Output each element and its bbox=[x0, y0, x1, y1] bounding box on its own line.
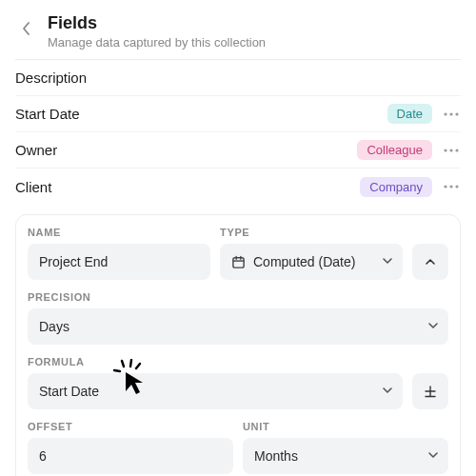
field-label: Owner bbox=[15, 142, 57, 158]
dots-icon bbox=[444, 185, 459, 188]
svg-point-3 bbox=[444, 149, 446, 151]
collapse-button[interactable] bbox=[412, 244, 448, 280]
unit-value: Months bbox=[254, 448, 298, 464]
field-label: Start Date bbox=[15, 106, 80, 122]
dots-icon bbox=[444, 112, 459, 116]
field-label: Client bbox=[15, 179, 51, 195]
chevron-down-icon bbox=[427, 448, 439, 464]
back-button[interactable] bbox=[15, 17, 38, 40]
add-formula-button[interactable] bbox=[412, 373, 448, 409]
chevron-up-icon bbox=[425, 256, 436, 268]
more-button[interactable] bbox=[442, 105, 461, 124]
svg-point-5 bbox=[455, 149, 458, 151]
field-label: Description bbox=[15, 69, 87, 86]
type-badge: Company bbox=[360, 177, 432, 197]
svg-point-7 bbox=[449, 185, 452, 188]
svg-point-8 bbox=[455, 185, 458, 188]
formula-label: FORMULA bbox=[28, 356, 448, 367]
page-title: Fields bbox=[48, 13, 266, 33]
type-label: TYPE bbox=[220, 227, 403, 238]
formula-select[interactable]: Start Date bbox=[28, 373, 403, 409]
field-row[interactable]: Owner Colleague bbox=[15, 132, 461, 169]
header: Fields Manage data captured by this coll… bbox=[15, 11, 461, 60]
unit-select[interactable]: Months bbox=[243, 438, 448, 474]
type-badge: Date bbox=[387, 104, 432, 124]
svg-point-6 bbox=[444, 185, 446, 188]
type-value: Computed (Date) bbox=[253, 254, 355, 269]
more-button[interactable] bbox=[442, 141, 461, 160]
svg-point-4 bbox=[449, 149, 452, 151]
chevron-left-icon bbox=[21, 21, 32, 36]
field-row[interactable]: Client Company bbox=[15, 169, 461, 205]
dots-icon bbox=[444, 149, 459, 152]
svg-point-1 bbox=[449, 112, 452, 115]
offset-input[interactable]: 6 bbox=[28, 438, 233, 474]
svg-rect-9 bbox=[233, 257, 244, 267]
precision-select[interactable]: Days bbox=[28, 308, 448, 345]
type-badge: Colleague bbox=[357, 140, 432, 160]
plus-icon bbox=[424, 385, 437, 398]
more-button[interactable] bbox=[442, 177, 461, 196]
type-select[interactable]: Computed (Date) bbox=[220, 244, 403, 280]
unit-label: UNIT bbox=[243, 421, 448, 432]
field-row[interactable]: Description bbox=[15, 60, 461, 96]
svg-point-2 bbox=[455, 112, 458, 115]
formula-value: Start Date bbox=[39, 384, 99, 399]
offset-value: 6 bbox=[39, 448, 47, 464]
chevron-down-icon bbox=[427, 319, 439, 334]
field-row[interactable]: Start Date Date bbox=[15, 96, 461, 132]
precision-label: PRECISION bbox=[28, 291, 448, 303]
name-label: NAME bbox=[28, 227, 210, 238]
precision-value: Days bbox=[39, 319, 69, 334]
name-value: Project End bbox=[39, 254, 108, 269]
chevron-down-icon bbox=[382, 384, 393, 399]
calendar-icon bbox=[231, 255, 246, 269]
name-input[interactable]: Project End bbox=[28, 244, 210, 280]
svg-point-0 bbox=[444, 112, 446, 115]
page-subtitle: Manage data captured by this collection bbox=[48, 35, 266, 50]
field-editor: NAME Project End TYPE Computed (Date) bbox=[15, 214, 461, 476]
chevron-down-icon bbox=[382, 254, 393, 269]
offset-label: OFFSET bbox=[28, 421, 233, 432]
